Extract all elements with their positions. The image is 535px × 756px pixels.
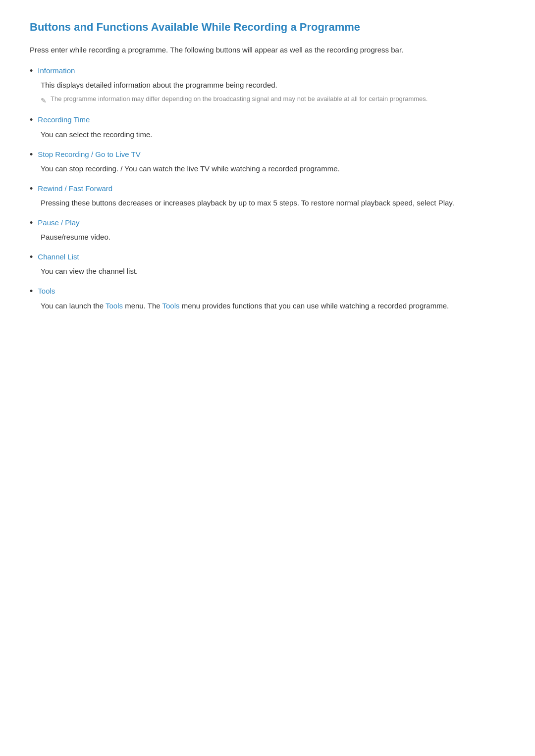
bullet-dot: • bbox=[30, 217, 33, 229]
list-item: • Recording Time You can select the reco… bbox=[30, 114, 505, 140]
rewind-ff-link[interactable]: Rewind / Fast Forward bbox=[38, 183, 112, 195]
list-item: • Pause / Play Pause/resume video. bbox=[30, 217, 505, 243]
information-link[interactable]: Information bbox=[38, 65, 75, 77]
list-item: • Channel List You can view the channel … bbox=[30, 251, 505, 277]
bullet-dot: • bbox=[30, 285, 33, 298]
recording-time-description: You can select the recording time. bbox=[41, 129, 505, 141]
tools-desc-suffix: menu provides functions that you can use… bbox=[180, 302, 449, 310]
page-title: Buttons and Functions Available While Re… bbox=[30, 20, 505, 35]
tools-description: You can launch the Tools menu. The Tools… bbox=[41, 300, 505, 312]
information-note: ✎ The programme information may differ d… bbox=[41, 94, 505, 106]
bullet-dot: • bbox=[30, 183, 33, 195]
bullet-dot: • bbox=[30, 114, 33, 126]
tools-desc-middle: menu. The bbox=[123, 302, 162, 310]
tools-link[interactable]: Tools bbox=[38, 285, 55, 297]
recording-time-link[interactable]: Recording Time bbox=[38, 114, 90, 126]
note-icon: ✎ bbox=[41, 95, 47, 106]
list-item: • Information This displays detailed inf… bbox=[30, 65, 505, 106]
information-description: This displays detailed information about… bbox=[41, 79, 505, 91]
tools-desc-prefix: You can launch the bbox=[41, 302, 106, 310]
channel-list-link[interactable]: Channel List bbox=[38, 251, 79, 263]
tools-inline-link-2[interactable]: Tools bbox=[162, 302, 179, 310]
list-item: • Rewind / Fast Forward Pressing these b… bbox=[30, 183, 505, 209]
stop-recording-link[interactable]: Stop Recording / Go to Live TV bbox=[38, 149, 140, 160]
list-item: • Stop Recording / Go to Live TV You can… bbox=[30, 149, 505, 175]
bullet-dot: • bbox=[30, 65, 33, 77]
bullet-dot: • bbox=[30, 251, 33, 263]
feature-list: • Information This displays detailed inf… bbox=[30, 65, 505, 312]
rewind-ff-description: Pressing these buttons decreases or incr… bbox=[41, 197, 505, 209]
intro-paragraph: Press enter while recording a programme.… bbox=[30, 44, 505, 56]
tools-inline-link-1[interactable]: Tools bbox=[106, 302, 123, 310]
pause-play-description: Pause/resume video. bbox=[41, 231, 505, 243]
bullet-dot: • bbox=[30, 149, 33, 161]
list-item: • Tools You can launch the Tools menu. T… bbox=[30, 285, 505, 311]
channel-list-description: You can view the channel list. bbox=[41, 265, 505, 277]
stop-recording-description: You can stop recording. / You can watch … bbox=[41, 163, 505, 175]
note-text: The programme information may differ dep… bbox=[51, 94, 428, 104]
pause-play-link[interactable]: Pause / Play bbox=[38, 217, 79, 229]
